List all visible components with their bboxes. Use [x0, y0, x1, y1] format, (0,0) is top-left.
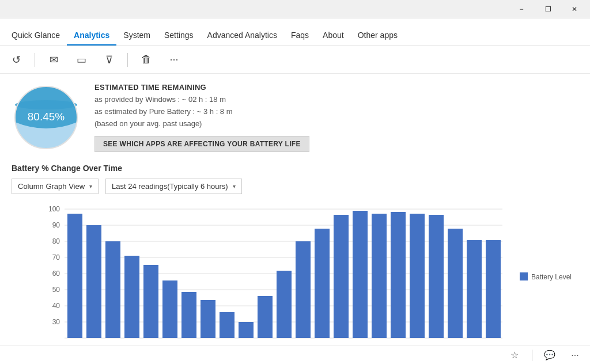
svg-text:80: 80: [52, 237, 60, 245]
svg-rect-36: [315, 229, 330, 338]
more-icon[interactable]: ···: [165, 51, 183, 69]
pure-battery-time: as estimated by Pure Battery : ~ 3 h : 8…: [94, 106, 309, 118]
svg-rect-38: [353, 211, 368, 338]
navigation: Quick Glance Analytics System Settings A…: [0, 18, 590, 46]
nav-item-advanced-analytics[interactable]: Advanced Analytics: [201, 24, 284, 46]
svg-rect-28: [162, 280, 177, 338]
filter-icon[interactable]: ⊽: [100, 51, 118, 69]
svg-rect-34: [277, 271, 292, 338]
more-options-icon[interactable]: ···: [567, 347, 583, 363]
refresh-icon[interactable]: ↺: [7, 51, 25, 69]
close-button[interactable]: ✕: [561, 0, 588, 18]
svg-rect-30: [201, 300, 215, 338]
avg-note: (based on your avg. past usage): [94, 118, 309, 130]
svg-rect-27: [143, 265, 158, 338]
battery-info: ESTIMATED TIME REMAINING as provided by …: [94, 83, 309, 151]
range-dropdown-arrow: ▾: [233, 183, 236, 189]
svg-rect-33: [258, 296, 273, 338]
maximize-button[interactable]: ❐: [535, 0, 561, 18]
chat-icon[interactable]: 💬: [542, 347, 558, 363]
svg-rect-39: [372, 214, 387, 338]
nav-item-analytics[interactable]: Analytics: [67, 24, 116, 46]
view-dropdown-arrow: ▾: [89, 183, 92, 189]
status-divider: [532, 350, 532, 361]
display-icon[interactable]: ▭: [72, 51, 90, 69]
svg-text:70: 70: [52, 253, 60, 261]
svg-text:Battery Level: Battery Level: [531, 273, 572, 281]
svg-rect-43: [448, 229, 463, 338]
svg-rect-31: [220, 312, 235, 338]
toolbar: ↺ ✉ ▭ ⊽ 🗑 ···: [0, 46, 590, 74]
svg-rect-44: [467, 240, 482, 338]
svg-rect-32: [239, 322, 254, 338]
svg-rect-24: [86, 225, 101, 338]
nav-item-about[interactable]: About: [316, 24, 351, 46]
status-bar: ☆ 💬 ···: [0, 346, 590, 364]
svg-text:40: 40: [52, 302, 60, 310]
chart-title: Battery % Change Over Time: [12, 164, 578, 173]
star-icon[interactable]: ☆: [506, 347, 523, 363]
range-dropdown-label: Last 24 readings(Typically 6 hours): [112, 182, 228, 191]
svg-rect-45: [486, 240, 501, 338]
svg-rect-46: [520, 272, 528, 280]
svg-rect-41: [410, 214, 425, 338]
nav-item-system[interactable]: System: [116, 24, 157, 46]
svg-text:60: 60: [52, 270, 60, 278]
svg-text:50: 50: [52, 286, 60, 294]
title-bar: − ❐ ✕: [0, 0, 590, 18]
view-dropdown[interactable]: Column Graph View ▾: [12, 179, 99, 194]
chart-controls: Column Graph View ▾ Last 24 readings(Typ…: [12, 179, 578, 194]
mail-icon[interactable]: ✉: [44, 51, 63, 69]
svg-rect-40: [391, 212, 406, 338]
estimated-time-heading: ESTIMATED TIME REMAINING: [94, 83, 309, 92]
svg-text:90: 90: [52, 221, 60, 229]
chart-area: 100 90 80 70 60 50 40 30: [23, 203, 578, 346]
chart-section: Battery % Change Over Time Column Graph …: [12, 164, 578, 346]
toolbar-divider-1: [35, 53, 35, 67]
nav-item-quick-glance[interactable]: Quick Glance: [5, 24, 67, 46]
svg-point-2: [15, 100, 77, 109]
range-dropdown[interactable]: Last 24 readings(Typically 6 hours) ▾: [105, 179, 242, 194]
view-dropdown-label: Column Graph View: [18, 182, 85, 191]
battery-section: 80.45% ESTIMATED TIME REMAINING as provi…: [12, 83, 578, 152]
affect-button[interactable]: SEE WHICH APPS ARE AFFECTING YOUR BATTER…: [94, 136, 309, 152]
windows-time: as provided by Windows : ~ 02 h : 18 m: [94, 94, 309, 106]
toolbar-divider-2: [127, 53, 128, 67]
svg-rect-25: [105, 241, 120, 338]
nav-item-other-apps[interactable]: Other apps: [351, 24, 404, 46]
main-content: 80.45% ESTIMATED TIME REMAINING as provi…: [0, 74, 590, 346]
svg-rect-23: [67, 214, 82, 338]
svg-text:30: 30: [52, 318, 60, 326]
svg-rect-29: [181, 292, 196, 338]
minimize-button[interactable]: −: [508, 0, 535, 18]
chart-svg: 100 90 80 70 60 50 40 30: [23, 203, 578, 346]
svg-rect-26: [124, 256, 139, 338]
svg-rect-37: [334, 215, 349, 338]
svg-text:80.45%: 80.45%: [28, 111, 65, 123]
svg-text:100: 100: [48, 205, 60, 213]
svg-rect-35: [296, 241, 311, 338]
svg-rect-42: [429, 215, 444, 338]
nav-item-settings[interactable]: Settings: [157, 24, 201, 46]
delete-icon[interactable]: 🗑: [137, 51, 156, 69]
nav-item-faqs[interactable]: Faqs: [284, 24, 316, 46]
battery-gauge: 80.45%: [12, 83, 81, 152]
